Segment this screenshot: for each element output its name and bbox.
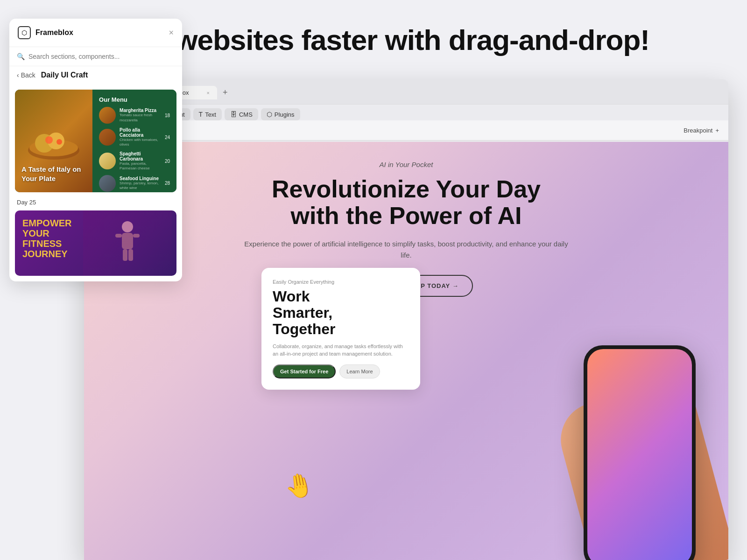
menu-item-name: Margherita Pizza [120, 108, 161, 113]
menu-item-desc: Pasta, pancetta, Parmesan cheese [120, 161, 161, 171]
svg-rect-10 [123, 249, 127, 261]
work-title-line2: Smarter, [273, 304, 332, 321]
panel-title: Frameblox [35, 28, 73, 37]
menu-item-name: Seafood Linguine [120, 176, 161, 181]
fitness-line2: YOUR [22, 228, 72, 238]
tab-close-button[interactable]: × [207, 90, 210, 96]
preview-card-fitness[interactable]: EMPOWER YOUR FITNESS JOURNEY [15, 210, 176, 276]
work-card-title: Work Smarter, Together [273, 288, 409, 338]
work-title-line1: Work [273, 288, 310, 305]
work-card-buttons: Get Started for Free Learn More [273, 364, 409, 378]
back-arrow-icon: ‹ [17, 71, 19, 79]
menu-item-name: Pollo alla Cacciatora [120, 127, 161, 138]
ai-title: Revolutionize Your Day with the Power of… [243, 176, 570, 229]
toolbar-text-button[interactable]: T Text [193, 108, 222, 120]
menu-item-price: 24 [165, 135, 170, 140]
toolbar-cms-label: CMS [239, 111, 253, 118]
svg-rect-9 [133, 234, 140, 238]
toolbar-cms-button[interactable]: 🗄 CMS [225, 108, 258, 120]
menu-card-left: A Taste of Italy on Your Plate [15, 90, 92, 192]
breakpoint-plus: + [715, 127, 719, 134]
ai-title-line1: Revolutionize Your Day [272, 175, 541, 203]
svg-rect-11 [128, 249, 133, 261]
svg-rect-8 [115, 234, 122, 238]
svg-rect-7 [122, 233, 133, 249]
menu-item-row: Margherita Pizza Tomato sauce fresh mozz… [99, 107, 170, 124]
menu-item-desc: Chicken with tomatoes, olives [120, 138, 161, 147]
toolbar-plugins-label: Plugins [275, 111, 295, 118]
get-started-button[interactable]: Get Started for Free [273, 364, 336, 378]
canvas-breakpoint[interactable]: Breakpoint + [684, 127, 719, 134]
menu-item-row: Seafood Linguine Shrimp, parsley, lemon,… [99, 175, 170, 192]
food-heading: A Taste of Italy on Your Plate [21, 165, 81, 182]
text-icon: T [199, 111, 203, 118]
fitness-line1: EMPOWER [22, 218, 72, 228]
svg-point-5 [56, 139, 62, 145]
svg-point-6 [122, 221, 133, 232]
svg-point-4 [45, 136, 53, 144]
fitness-line4: JOURNEY [22, 249, 72, 259]
fitness-line3: FITNESS [22, 238, 72, 249]
ai-title-line2: with the Power of AI [291, 202, 522, 229]
phone-mockup [551, 252, 710, 560]
food-bowl-illustration [26, 118, 82, 164]
search-icon: 🔍 [17, 53, 25, 60]
panel-close-button[interactable]: × [169, 28, 174, 38]
menu-item-price: 28 [165, 181, 170, 186]
panel-search-bar: 🔍 [9, 47, 182, 66]
preview-card-restaurant[interactable]: A Taste of Italy on Your Plate Our Menu … [15, 90, 176, 192]
new-tab-button[interactable]: + [219, 88, 232, 98]
fitness-card-text: EMPOWER YOUR FITNESS JOURNEY [22, 218, 72, 259]
menu-item-info: Seafood Linguine Shrimp, parsley, lemon,… [120, 176, 161, 191]
tab-bar: F Frameblox × + [142, 86, 721, 99]
menu-item-image [99, 107, 116, 124]
toolbar-text-label: Text [205, 111, 216, 118]
back-label: Back [21, 71, 35, 79]
cursor-hand-icon: 🤚 [282, 470, 316, 502]
panel-search-input[interactable] [28, 53, 175, 60]
menu-item-image [99, 175, 116, 192]
preview-card-label: Day 25 [17, 199, 175, 206]
work-title-line3: Together [273, 321, 336, 337]
menu-item-name: Spaghetti Carbonara [120, 151, 161, 161]
menu-item-desc: Shrimp, parsley, lemon, white wine [120, 181, 161, 191]
menu-card-title: Our Menu [99, 96, 170, 103]
work-card-description: Collaborate, organize, and manage tasks … [273, 343, 409, 358]
panel-nav: ‹ Back Daily UI Craft [9, 66, 182, 84]
menu-item-image [99, 153, 116, 169]
breakpoint-label: Breakpoint [684, 127, 712, 134]
panel-section-title: Daily UI Craft [41, 71, 88, 79]
plugins-icon: ⬡ [267, 111, 272, 118]
component-panel: ⬡ Frameblox × 🔍 ‹ Back Daily UI Craft [9, 19, 182, 281]
cms-icon: 🗄 [230, 111, 237, 118]
work-smarter-card: Easily Organize Everything Work Smarter,… [261, 268, 420, 390]
menu-item-row: Pollo alla Cacciatora Chicken with tomat… [99, 127, 170, 147]
menu-item-info: Margherita Pizza Tomato sauce fresh mozz… [120, 108, 161, 123]
phone-body [584, 345, 696, 560]
menu-item-info: Spaghetti Carbonara Pasta, pancetta, Par… [120, 151, 161, 171]
ai-subtitle: AI in Your Pocket [243, 161, 570, 168]
food-text-overlay: A Taste of Italy on Your Plate [21, 165, 92, 183]
ai-description: Experience the power of artificial intel… [243, 238, 570, 261]
panel-title-area: ⬡ Frameblox [18, 26, 73, 39]
back-button[interactable]: ‹ Back [17, 71, 35, 79]
phone-screen [587, 349, 692, 560]
fitness-figure-illustration [109, 220, 146, 266]
panel-content: A Taste of Italy on Your Plate Our Menu … [9, 84, 182, 281]
menu-item-desc: Tomato sauce fresh mozzarella [120, 113, 161, 123]
menu-item-row: Spaghetti Carbonara Pasta, pancetta, Par… [99, 151, 170, 171]
menu-item-image [99, 129, 116, 146]
panel-logo: ⬡ [18, 26, 31, 39]
menu-item-price: 20 [165, 159, 170, 164]
learn-more-button[interactable]: Learn More [339, 364, 380, 378]
panel-header: ⬡ Frameblox × [9, 19, 182, 47]
menu-card-right: Our Menu Margherita Pizza Tomato sauce f… [92, 90, 176, 192]
toolbar-plugins-button[interactable]: ⬡ Plugins [261, 108, 300, 120]
fitness-overlay [83, 210, 172, 276]
menu-item-price: 18 [165, 113, 170, 118]
work-card-header: Easily Organize Everything [273, 279, 409, 285]
menu-item-info: Pollo alla Cacciatora Chicken with tomat… [120, 127, 161, 147]
